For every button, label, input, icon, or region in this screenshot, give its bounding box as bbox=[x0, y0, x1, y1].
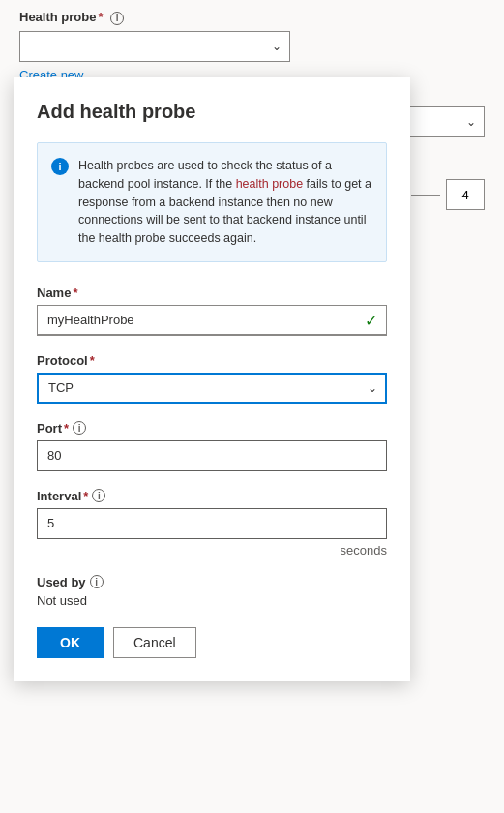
protocol-label: Protocol * bbox=[37, 353, 387, 368]
name-label: Name * bbox=[37, 286, 387, 300]
bg-number-section: 4 bbox=[411, 179, 485, 210]
interval-label: Interval * i bbox=[37, 489, 387, 503]
health-probe-info-icon[interactable]: i bbox=[110, 12, 124, 25]
bg-right-chevron-icon: ⌄ bbox=[466, 115, 476, 129]
port-form-group: Port * i bbox=[37, 421, 387, 471]
port-label: Port * i bbox=[37, 421, 387, 436]
used-by-label: Used by i bbox=[37, 575, 387, 589]
info-banner-text: Health probes are used to check the stat… bbox=[78, 157, 372, 248]
used-by-section: Used by i Not used bbox=[37, 575, 387, 608]
info-banner: i Health probes are used to check the st… bbox=[37, 142, 387, 262]
name-check-icon: ✓ bbox=[365, 311, 377, 329]
health-probe-bg-label: Health probe* i bbox=[19, 10, 485, 25]
interval-info-icon[interactable]: i bbox=[92, 489, 105, 502]
port-input[interactable] bbox=[37, 440, 387, 471]
ok-button[interactable]: OK bbox=[37, 627, 104, 658]
panel-title: Add health probe bbox=[37, 101, 387, 123]
bg-number-box: 4 bbox=[446, 179, 485, 210]
info-banner-icon: i bbox=[51, 158, 69, 175]
interval-input[interactable] bbox=[37, 508, 387, 539]
used-by-info-icon[interactable]: i bbox=[90, 575, 104, 588]
name-input[interactable] bbox=[37, 305, 387, 336]
add-health-probe-panel: Add health probe i Health probes are use… bbox=[14, 77, 410, 681]
name-form-group: Name * ✓ bbox=[37, 286, 387, 336]
health-probe-chevron-icon: ⌄ bbox=[272, 40, 282, 53]
name-input-wrapper: ✓ bbox=[37, 305, 387, 336]
seconds-row: seconds bbox=[37, 543, 387, 557]
not-used-text: Not used bbox=[37, 593, 387, 608]
protocol-select-wrapper: HTTP HTTPS TCP ⌄ bbox=[37, 373, 387, 404]
button-row: OK Cancel bbox=[37, 627, 387, 658]
port-info-icon[interactable]: i bbox=[73, 421, 86, 435]
health-probe-dropdown[interactable]: ⌄ bbox=[19, 31, 290, 62]
bg-line bbox=[411, 195, 440, 196]
seconds-label: seconds bbox=[341, 543, 387, 557]
protocol-select[interactable]: HTTP HTTPS TCP bbox=[37, 373, 387, 404]
protocol-form-group: Protocol * HTTP HTTPS TCP ⌄ bbox=[37, 353, 387, 404]
cancel-button[interactable]: Cancel bbox=[113, 627, 196, 658]
interval-form-group: Interval * i seconds bbox=[37, 489, 387, 557]
